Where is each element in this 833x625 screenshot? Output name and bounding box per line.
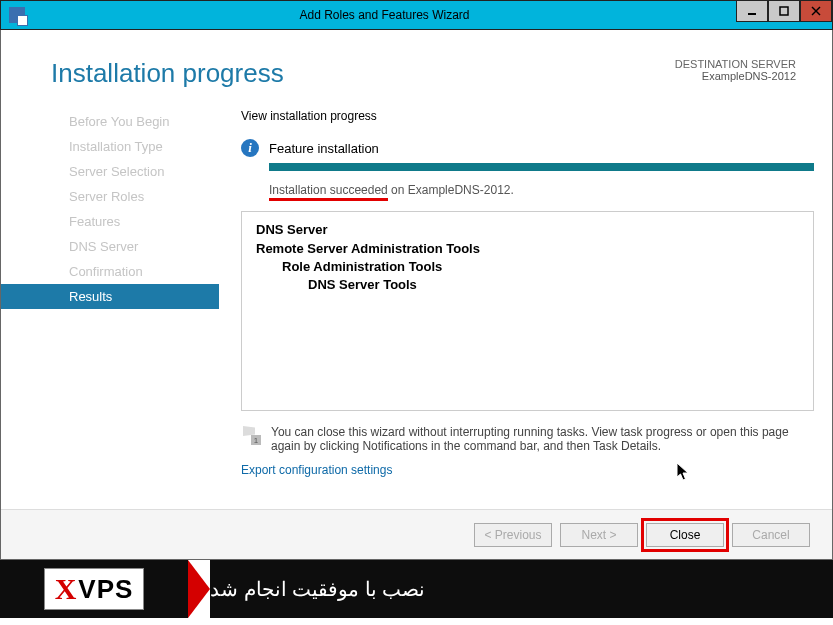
logo-x: X	[55, 572, 77, 606]
info-icon: i	[241, 139, 259, 157]
svg-rect-1	[780, 7, 788, 15]
cancel-button: Cancel	[732, 523, 810, 547]
step-features: Features	[1, 209, 219, 234]
flag-icon	[241, 425, 261, 445]
step-before-you-begin: Before You Begin	[1, 109, 219, 134]
titlebar[interactable]: Add Roles and Features Wizard	[0, 0, 833, 30]
banner: X VPS نصب با موفقیت انجام شد	[0, 560, 833, 618]
result-role-admin-tools: Role Administration Tools	[256, 259, 799, 274]
wizard-content: Installation progress DESTINATION SERVER…	[0, 30, 833, 560]
close-button[interactable]: Close	[646, 523, 724, 547]
minimize-button[interactable]	[736, 0, 768, 22]
subheading: View installation progress	[241, 109, 814, 123]
arrow-separator	[188, 560, 210, 618]
result-dns-server: DNS Server	[256, 222, 799, 237]
main-panel: View installation progress i Feature ins…	[219, 101, 832, 478]
status-line: Installation succeeded on ExampleDNS-201…	[269, 183, 814, 201]
banner-message: نصب با موفقیت انجام شد	[210, 560, 833, 618]
close-window-button[interactable]	[800, 0, 832, 22]
note-text: You can close this wizard without interr…	[271, 425, 814, 453]
step-confirmation: Confirmation	[1, 259, 219, 284]
feature-label: Feature installation	[269, 141, 379, 156]
next-button: Next >	[560, 523, 638, 547]
app-icon	[9, 7, 25, 23]
page-title: Installation progress	[51, 58, 284, 89]
result-rsat: Remote Server Administration Tools	[256, 241, 799, 256]
progress-bar	[269, 163, 814, 171]
step-server-selection: Server Selection	[1, 159, 219, 184]
destination-label: DESTINATION SERVER	[675, 58, 796, 70]
destination-value: ExampleDNS-2012	[675, 70, 796, 82]
status-rest: on ExampleDNS-2012.	[388, 183, 514, 197]
export-configuration-link[interactable]: Export configuration settings	[241, 463, 392, 477]
step-installation-type: Installation Type	[1, 134, 219, 159]
wizard-footer: < Previous Next > Close Cancel	[1, 509, 832, 559]
maximize-button[interactable]	[768, 0, 800, 22]
wizard-steps: Before You Begin Installation Type Serve…	[1, 101, 219, 478]
result-dns-tools: DNS Server Tools	[256, 277, 799, 292]
logo-vps: VPS	[78, 574, 133, 605]
step-dns-server: DNS Server	[1, 234, 219, 259]
previous-button: < Previous	[474, 523, 552, 547]
logo: X VPS	[0, 560, 188, 618]
step-server-roles: Server Roles	[1, 184, 219, 209]
status-underlined: Installation succeeded	[269, 183, 388, 201]
step-results[interactable]: Results	[1, 284, 219, 309]
window-title: Add Roles and Features Wizard	[33, 8, 736, 22]
destination-server: DESTINATION SERVER ExampleDNS-2012	[675, 58, 796, 89]
results-box: DNS Server Remote Server Administration …	[241, 211, 814, 411]
